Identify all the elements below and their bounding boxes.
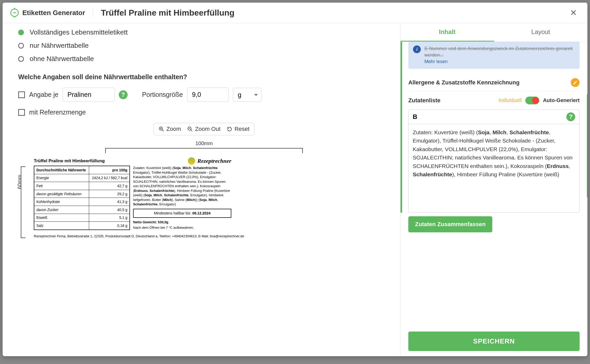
left-panel: Vollständiges Lebensmitteletikettnur Näh… [3, 23, 400, 356]
net-weight: Netto Gewicht: 530,0g [133, 220, 231, 225]
height-bracket [21, 166, 25, 238]
more-link[interactable]: Mehr lesen [424, 59, 448, 64]
bold-button[interactable]: B [413, 113, 417, 120]
ingredients-mode-row: Zutatenliste Individuell Auto-Generiert [408, 91, 580, 110]
reference-label: mit Referenzmenge [29, 109, 86, 116]
right-tabs: Inhalt Layout [401, 23, 587, 42]
help-icon[interactable]: ? [119, 90, 128, 99]
nutrition-table: Durchschnittliche Nährwertepro 100gEnerg… [34, 166, 130, 230]
info-icon: i [413, 45, 421, 53]
radio-option-1[interactable]: nur Nährwerttabelle [18, 39, 390, 52]
editor-help-icon[interactable]: ? [566, 112, 575, 121]
brand-icon [188, 157, 195, 165]
tab-content[interactable]: Inhalt [401, 23, 494, 42]
nutrition-question: Welche Angaben soll deine Nährwerttabell… [18, 73, 390, 81]
per-serving-input[interactable] [63, 87, 115, 102]
per-serving-label: Angabe je [29, 91, 58, 98]
width-dimension: 100mm [18, 140, 390, 146]
zoom-in-button[interactable]: Zoom [159, 126, 181, 132]
ingredients-editor: B ? Zutaten: Kuvertüre (weiß) (Soja, Mil… [408, 110, 580, 213]
portion-size-input[interactable] [187, 87, 229, 102]
right-content: i E-Nummer und dem Anwendungszweck im Zu… [401, 42, 587, 326]
company-info: Rezeptrechner Firma, Betriebsstraße 1, 2… [34, 234, 390, 238]
preview-ingredients: Zutaten: Kuvertüre (weiß) (Soja, Milch, … [133, 166, 231, 207]
radio-option-0[interactable]: Vollständiges Lebensmitteletikett [18, 26, 390, 39]
per-serving-checkbox[interactable] [18, 91, 25, 98]
tab-layout[interactable]: Layout [494, 23, 588, 42]
save-button[interactable]: SPEICHERN [408, 332, 580, 351]
scroll-indicator [401, 42, 402, 213]
ingredients-mode-toggle[interactable] [525, 97, 539, 104]
width-bracket [105, 148, 303, 153]
label-generator-modal: Etiketten Generator Trüffel Praline mit … [3, 3, 587, 356]
portion-label: Portionsgröße [142, 91, 183, 98]
svg-line-1 [162, 130, 164, 131]
close-button[interactable]: ✕ [567, 8, 580, 18]
zoom-out-button[interactable]: Zoom Out [187, 126, 220, 132]
best-before-box: Mindestens haltbar bis: 06.12.2024 [133, 209, 231, 218]
right-scrollbar[interactable] [587, 94, 587, 198]
info-box: i E-Nummer und dem Anwendungszweck im Zu… [408, 42, 580, 69]
preview-title: Trüffel Praline mit Himbeerfüllung [34, 158, 105, 164]
label-type-radios: Vollständiges Lebensmitteletikettnur Näh… [18, 26, 390, 65]
label-preview-area: 100mm 60mm Trüffel Praline mit Himbeerfü… [18, 140, 390, 238]
radio-option-2[interactable]: ohne Nährwerttabelle [18, 52, 390, 65]
generator-icon [10, 9, 19, 17]
info-text: E-Nummer und dem Anwendungszweck im Zuta… [424, 45, 575, 65]
product-title: Trüffel Praline mit Himbeerfüllung [93, 8, 234, 18]
summarize-ingredients-button[interactable]: Zutaten Zusammenfassen [408, 216, 492, 232]
mode-individual[interactable]: Individuell [499, 97, 522, 103]
right-panel: Inhalt Layout i E-Nummer und dem Anwendu… [400, 23, 587, 356]
brand-logo: Rezeptrechner [188, 157, 231, 165]
storage-info: Nach dem Öffnen bei 7 °C aufbewahren. [133, 225, 231, 230]
ingredients-textarea[interactable]: Zutaten: Kuvertüre (weiß) (Soja, Milch, … [409, 124, 579, 212]
portion-unit-select[interactable]: g [233, 88, 261, 102]
mode-auto[interactable]: Auto-Generiert [543, 97, 580, 103]
reference-checkbox[interactable] [18, 109, 25, 116]
reset-button[interactable]: Reset [227, 126, 249, 132]
generator-title: Etiketten Generator [22, 9, 93, 17]
modal-header: Etiketten Generator Trüffel Praline mit … [3, 3, 587, 23]
label-preview: Trüffel Praline mit Himbeerfüllung Rezep… [34, 157, 231, 230]
radio-circle [18, 43, 24, 49]
radio-circle [18, 30, 24, 35]
allergen-section-header: Allergene & Zusatzstoffe Kennzeichnung [408, 74, 580, 91]
edit-allergen-button[interactable] [571, 78, 580, 87]
svg-line-5 [191, 130, 192, 131]
radio-circle [18, 56, 24, 62]
zoom-toolbar: Zoom Zoom Out Reset [18, 123, 390, 135]
